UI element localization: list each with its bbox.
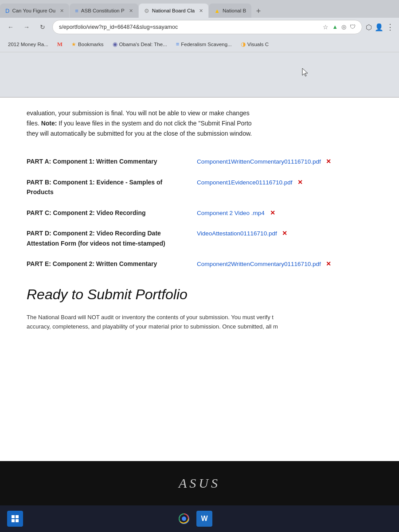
- part-b-row: PART B: Component 1: Evidence - Samples …: [27, 172, 381, 203]
- disclaimer-line-1: The National Board will NOT audit or inv…: [27, 314, 274, 321]
- menu-icon[interactable]: ⋮: [386, 22, 395, 32]
- svg-point-5: [182, 516, 186, 521]
- part-c-file-cell: Component 2 Video .mp4 ✕: [197, 203, 381, 223]
- bookmark-visuals-label: Visuals C: [247, 42, 269, 47]
- pbs-icon: ◉: [113, 41, 117, 47]
- svg-rect-3: [16, 519, 19, 522]
- intro-note-label: Note:: [41, 120, 57, 127]
- tab3-favicon: ⚙: [144, 8, 149, 14]
- part-c-row: PART C: Component 2: Video Recording Com…: [27, 203, 381, 223]
- tab-3[interactable]: ⚙ National Board Cla ✕: [139, 4, 209, 18]
- address-bar-row: ← → ↻ s/eportfolio/view?rp_id=664874&slu…: [0, 18, 399, 36]
- part-d-file-link[interactable]: VideoAttestation01116710.pdf: [197, 230, 277, 237]
- taskbar-left: [7, 511, 23, 527]
- tab3-close[interactable]: ✕: [199, 8, 203, 14]
- chrome-icon: [179, 513, 189, 524]
- part-b-label: PART B: Component 1: Evidence - Samples …: [27, 172, 197, 203]
- reload-button[interactable]: ↻: [36, 21, 49, 33]
- account-icon[interactable]: 👤: [375, 23, 383, 31]
- bookmark-bookmarks[interactable]: ★ Bookmarks: [68, 40, 107, 49]
- address-bar[interactable]: s/eportfolio/view?rp_id=664874&slug=ssay…: [52, 20, 362, 34]
- asus-logo: ASUS: [179, 476, 220, 491]
- address-icons: ☆ ▲ ◎ 🛡: [323, 23, 356, 31]
- part-a-label: PART A: Component 1: Written Commentary: [27, 151, 197, 172]
- bookmark-bookmarks-label: Bookmarks: [78, 42, 104, 47]
- parts-table: PART A: Component 1: Written Commentary …: [27, 151, 381, 274]
- tab2-label: ASB Constitution P: [81, 8, 125, 13]
- part-b-remove-btn[interactable]: ✕: [297, 179, 303, 186]
- svg-rect-2: [12, 519, 15, 522]
- bookmark-2012[interactable]: 2012 Money Ra...: [4, 40, 52, 48]
- bookmark-pbs[interactable]: ◉ Obama's Deal: The...: [109, 39, 171, 49]
- part-d-row: PART D: Component 2: Video Recording Dat…: [27, 223, 381, 254]
- intro-text-1: evaluation, your submission is final. Yo…: [27, 110, 250, 117]
- new-tab-button[interactable]: +: [252, 4, 265, 18]
- lens-icon[interactable]: ◎: [341, 23, 346, 31]
- ready-heading: Ready to Submit Portfolio: [27, 283, 381, 306]
- forward-button[interactable]: →: [20, 21, 33, 33]
- tab3-label: National Board Cla: [152, 8, 195, 13]
- svg-rect-0: [12, 515, 15, 518]
- address-text: s/eportfolio/view?rp_id=664874&slug=ssay…: [59, 24, 319, 30]
- shield-icon: 🛡: [350, 23, 356, 31]
- tab-4[interactable]: ▲ National B: [209, 4, 251, 18]
- taskbar-word-app[interactable]: W: [196, 511, 212, 527]
- bookmark-visuals[interactable]: ◑ Visuals C: [237, 39, 272, 49]
- part-d-file-cell: VideoAttestation01116710.pdf ✕: [197, 223, 381, 254]
- tab1-close[interactable]: ✕: [60, 8, 64, 14]
- taskbar-chrome-app[interactable]: [176, 511, 192, 527]
- monitor-bottom: ASUS: [0, 461, 399, 505]
- part-a-file-link[interactable]: Component1WrittenCommentary01116710.pdf: [197, 158, 321, 165]
- monitor-outer: D Can You Figure Ou ✕ ≡ ASB Constitution…: [0, 0, 399, 532]
- intro-paragraph: evaluation, your submission is final. Yo…: [27, 108, 381, 139]
- tab4-label: National B: [223, 8, 246, 13]
- profile-icons: ⬡ 👤 ⋮: [366, 22, 395, 32]
- part-a-row: PART A: Component 1: Written Commentary …: [27, 151, 381, 172]
- bookmark-federalism[interactable]: ≡ Federalism Scaveng...: [172, 39, 235, 49]
- part-d-label: PART D: Component 2: Video Recording Dat…: [27, 223, 197, 254]
- page-viewport: evaluation, your submission is final. Yo…: [0, 98, 399, 461]
- taskbar: W: [0, 505, 399, 532]
- extensions-icon[interactable]: ⬡: [366, 23, 372, 31]
- federalism-icon: ≡: [176, 41, 180, 47]
- disclaimer-line-2: accuracy, completeness, and playability …: [27, 323, 278, 330]
- start-button[interactable]: [7, 511, 23, 527]
- tab1-favicon: D: [5, 8, 9, 14]
- bookmark-pbs-label: Obama's Deal: The...: [119, 42, 167, 47]
- gmail-icon: M: [57, 41, 63, 48]
- tab-2[interactable]: ≡ ASB Constitution P ✕: [70, 4, 138, 18]
- part-c-file-link[interactable]: Component 2 Video .mp4: [197, 210, 265, 216]
- bookmark-federalism-label: Federalism Scaveng...: [181, 42, 231, 47]
- star-icon[interactable]: ☆: [323, 23, 329, 31]
- bookmark-2012-label: 2012 Money Ra...: [8, 42, 48, 47]
- tab2-close[interactable]: ✕: [129, 8, 133, 14]
- tab1-label: Can You Figure Ou: [12, 8, 55, 13]
- windows-logo-icon: [11, 515, 19, 523]
- part-d-remove-btn[interactable]: ✕: [282, 230, 287, 237]
- part-e-file-link[interactable]: Component2WrittenCommentary01116710.pdf: [197, 261, 321, 267]
- intro-text-4: they will automatically be submitted for…: [27, 130, 252, 137]
- intro-text-3: If you leave files in the system and do …: [57, 120, 251, 127]
- tab-1[interactable]: D Can You Figure Ou ✕: [0, 4, 69, 18]
- part-e-file-cell: Component2WrittenCommentary01116710.pdf …: [197, 254, 381, 274]
- intro-text-2: files.: [27, 120, 41, 127]
- part-e-remove-btn[interactable]: ✕: [326, 260, 331, 267]
- disclaimer-text: The National Board will NOT audit or inv…: [27, 313, 381, 332]
- bookmark-star-icon: ★: [71, 41, 76, 47]
- taskbar-center: W: [176, 511, 212, 527]
- part-c-label: PART C: Component 2: Video Recording: [27, 203, 197, 223]
- page-inner: evaluation, your submission is final. Yo…: [0, 98, 399, 342]
- visuals-icon: ◑: [241, 41, 246, 47]
- part-c-remove-btn[interactable]: ✕: [270, 209, 275, 216]
- drive-icon: ▲: [332, 23, 338, 31]
- back-button[interactable]: ←: [4, 21, 17, 33]
- word-icon-label: W: [201, 515, 207, 523]
- bookmarks-bar: 2012 Money Ra... M ★ Bookmarks ◉ Obama's…: [0, 36, 399, 52]
- part-a-file-cell: Component1WrittenCommentary01116710.pdf …: [197, 151, 381, 172]
- bookmark-gmail[interactable]: M: [54, 39, 66, 49]
- part-b-file-link[interactable]: Component1Evidence01116710.pdf: [197, 179, 292, 186]
- part-b-file-cell: Component1Evidence01116710.pdf ✕: [197, 172, 381, 203]
- part-a-remove-btn[interactable]: ✕: [326, 158, 331, 165]
- browser-chrome: D Can You Figure Ou ✕ ≡ ASB Constitution…: [0, 0, 399, 98]
- part-e-label: PART E: Component 2: Written Commentary: [27, 254, 197, 274]
